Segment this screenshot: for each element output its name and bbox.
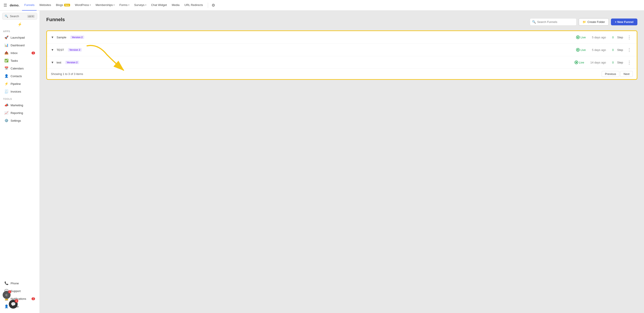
tools-section-label: Tools bbox=[0, 96, 40, 101]
sidebar-item-invoices[interactable]: 🧾Invoices bbox=[1, 88, 38, 95]
nav-item-blogs[interactable]: Blogs New bbox=[54, 0, 72, 10]
nav-item-wordpress[interactable]: WordPress ▾ bbox=[73, 0, 93, 10]
search-wrap: 🔍 bbox=[530, 18, 576, 26]
status-live-1: Live bbox=[576, 48, 586, 52]
hamburger-button[interactable]: ☰ bbox=[4, 3, 7, 8]
avatar-notification-badge: 1 bbox=[8, 290, 11, 294]
version-badge-1: Version 2 bbox=[68, 48, 82, 52]
sidebar-item-tasks[interactable]: ✅Tasks bbox=[1, 57, 38, 64]
settings-gear-icon[interactable]: ⚙ bbox=[211, 2, 216, 8]
funnel-filter-icon-0: ▼ bbox=[51, 36, 54, 39]
more-button-1[interactable]: ⋮ bbox=[626, 47, 633, 53]
apps-section-label: Apps bbox=[0, 28, 40, 34]
tasks-icon: ✅ bbox=[4, 59, 8, 62]
chat-bubble[interactable]: 💬 2 bbox=[9, 300, 18, 308]
nav-divider bbox=[208, 3, 208, 8]
funnel-rows-container: ▼ Sample Version 2 Live 5 days ago 0 Ste… bbox=[47, 31, 637, 68]
badge-notifications: 2 bbox=[32, 297, 35, 300]
sidebar-item-contacts[interactable]: 👤Contacts bbox=[1, 72, 38, 80]
search-funnels-input[interactable] bbox=[530, 18, 576, 26]
nav-item-media[interactable]: Media bbox=[170, 0, 182, 10]
time-ago-0: 5 days ago bbox=[592, 36, 606, 39]
steps-count-1: 0 bbox=[612, 48, 614, 52]
bolt-button[interactable]: ⚡ bbox=[16, 21, 23, 28]
search-icon: 🔍 bbox=[5, 14, 8, 18]
nav-item-chat-widget[interactable]: Chat Widget bbox=[149, 0, 169, 10]
sidebar-item-settings[interactable]: ⚙️Settings bbox=[1, 117, 38, 124]
time-ago-2: 14 days ago bbox=[590, 61, 606, 64]
chat-notification-badge: 2 bbox=[15, 299, 18, 303]
version-badge-0: Version 2 bbox=[70, 36, 84, 39]
status-dot-2 bbox=[574, 60, 578, 64]
profile-icon: 👤 bbox=[4, 304, 8, 308]
main-layout: 🔍 Search ctrl K ⚡ Apps 🚀Launchpad📊Dashbo… bbox=[0, 10, 644, 313]
sidebar-item-profile[interactable]: 👤Profile bbox=[1, 303, 38, 310]
funnel-filter-icon-2: ▼ bbox=[51, 60, 54, 64]
pagination-buttons: Previous Next bbox=[602, 71, 633, 77]
funnel-row: ▼ Sample Version 2 Live 5 days ago 0 Ste… bbox=[47, 31, 637, 44]
more-button-0[interactable]: ⋮ bbox=[626, 34, 633, 40]
nav-item-surveys[interactable]: Surveys ▾ bbox=[132, 0, 148, 10]
toolbar: 🔍 📁 Create Folder + New Funnel bbox=[530, 18, 638, 26]
sidebar-item-marketing[interactable]: 📣Marketing bbox=[1, 102, 38, 109]
nav-item-url-redirects[interactable]: URL Redirects bbox=[182, 0, 205, 10]
time-ago-1: 5 days ago bbox=[592, 48, 606, 52]
user-avatar[interactable]: C 1 bbox=[3, 291, 10, 299]
sidebar-tools: 📣Marketing📈Reporting⚙️Settings bbox=[0, 101, 40, 124]
badge-inbox: 1 bbox=[32, 52, 35, 54]
status-dot-0 bbox=[576, 36, 580, 39]
status-live-2: Live bbox=[574, 60, 584, 64]
sidebar-item-pipeline[interactable]: ⚡Pipeline bbox=[1, 80, 38, 88]
invoices-icon: 🧾 bbox=[4, 90, 8, 94]
sidebar-item-reporting[interactable]: 📈Reporting bbox=[1, 109, 38, 116]
contacts-icon: 👤 bbox=[4, 74, 8, 78]
sidebar-item-phone[interactable]: 📞Phone bbox=[1, 280, 38, 287]
funnel-name-1: TEST bbox=[57, 48, 64, 52]
new-funnel-button[interactable]: + New Funnel bbox=[611, 18, 638, 25]
funnel-filter-icon-1: ▼ bbox=[51, 48, 54, 52]
phone-icon: 📞 bbox=[4, 281, 8, 285]
nav-item-funnels[interactable]: Funnels bbox=[22, 0, 36, 10]
content-area: Funnels 🔍 📁 Create Folder + New Funnel ▼… bbox=[40, 10, 644, 313]
sidebar-apps: 🚀Launchpad📊Dashboard📥Inbox1✅Tasks📅Calend… bbox=[0, 34, 40, 96]
sidebar-item-inbox[interactable]: 📥Inbox1 bbox=[1, 49, 38, 57]
step-label-1: Step bbox=[616, 48, 623, 52]
inbox-icon: 📥 bbox=[4, 51, 8, 55]
steps-count-2: 0 bbox=[612, 61, 614, 64]
folder-icon: 📁 bbox=[582, 20, 586, 24]
reporting-icon: 📈 bbox=[4, 111, 8, 115]
step-label-0: Step bbox=[616, 36, 623, 39]
sidebar-item-launchpad[interactable]: 🚀Launchpad bbox=[1, 34, 38, 41]
app-logo: demo. bbox=[10, 3, 20, 7]
nav-item-websites[interactable]: Websites bbox=[37, 0, 53, 10]
pagination-showing: Showing 1 to 3 of 3 items bbox=[51, 72, 83, 76]
funnel-row: ▼ TEST Version 2 Live 5 days ago 0 Step … bbox=[47, 44, 637, 56]
marketing-icon: 📣 bbox=[4, 103, 8, 107]
search-shortcut: ctrl K bbox=[27, 15, 35, 18]
launchpad-icon: 🚀 bbox=[4, 36, 8, 40]
create-folder-button[interactable]: 📁 Create Folder bbox=[579, 18, 608, 26]
dashboard-icon: 📊 bbox=[4, 43, 8, 47]
pipeline-icon: ⚡ bbox=[4, 82, 8, 86]
version-badge-2: Version 2 bbox=[65, 60, 79, 64]
top-nav: ☰ demo. FunnelsWebsitesBlogs NewWordPres… bbox=[0, 0, 644, 10]
status-dot-1 bbox=[576, 48, 580, 52]
sidebar-item-calendars[interactable]: 📅Calendars bbox=[1, 64, 38, 72]
search-button[interactable]: 🔍 Search ctrl K bbox=[2, 13, 37, 20]
nav-item-memberships[interactable]: Memberships ▾ bbox=[94, 0, 117, 10]
next-button[interactable]: Next bbox=[620, 71, 633, 77]
funnel-row: ▼ test Version 2 Live 14 days ago 0 Step… bbox=[47, 56, 637, 68]
more-button-2[interactable]: ⋮ bbox=[626, 59, 633, 66]
previous-button[interactable]: Previous bbox=[602, 71, 620, 77]
sidebar-item-dashboard[interactable]: 📊Dashboard bbox=[1, 42, 38, 49]
page-title: Funnels bbox=[46, 17, 65, 22]
nav-item-forms[interactable]: Forms ▾ bbox=[117, 0, 132, 10]
steps-count-0: 0 bbox=[612, 36, 614, 39]
calendars-icon: 📅 bbox=[4, 66, 8, 70]
chat-icon: 💬 bbox=[11, 302, 16, 306]
search-funnels-icon: 🔍 bbox=[532, 20, 536, 24]
search-label: Search bbox=[10, 14, 19, 18]
funnel-name-2: test bbox=[57, 61, 61, 64]
step-label-2: Step bbox=[616, 61, 623, 64]
settings-icon: ⚙️ bbox=[4, 118, 8, 122]
